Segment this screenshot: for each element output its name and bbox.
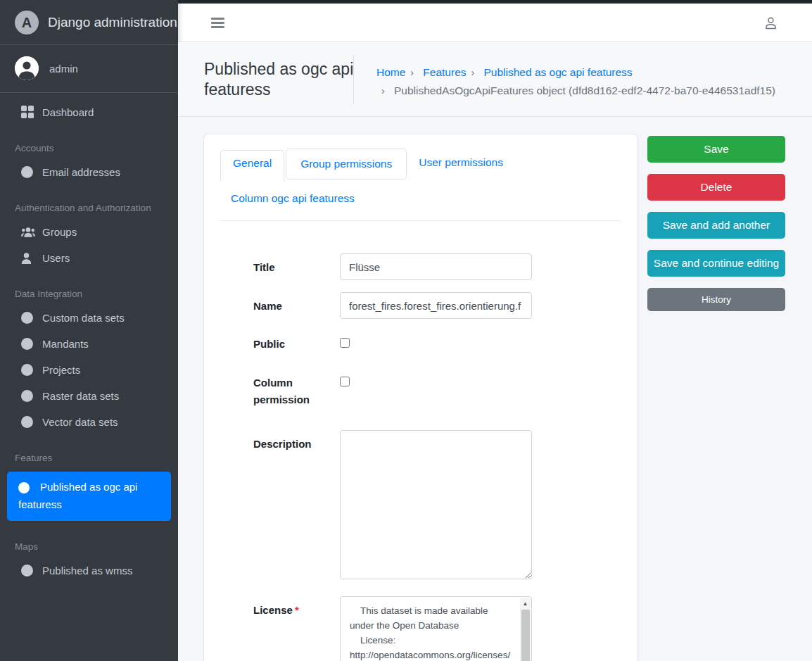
circle-icon bbox=[21, 565, 35, 577]
sidebar-item-vector-data-sets[interactable]: Vector data sets bbox=[0, 409, 178, 435]
dashboard-grid-icon bbox=[21, 106, 35, 118]
breadcrumb: Home › Features › Published as ogc api f… bbox=[376, 63, 799, 100]
title-label: Title bbox=[253, 253, 340, 280]
sidebar-item-label: Groups bbox=[42, 226, 77, 238]
brand-title: Django administration bbox=[48, 15, 177, 30]
tabs-divider bbox=[220, 220, 621, 221]
tabs-row-2: Column ogc api featuress bbox=[220, 186, 621, 211]
sidebar-item-dashboard[interactable]: Dashboard bbox=[0, 99, 178, 125]
license-scrollbar[interactable]: ▲ bbox=[520, 598, 531, 661]
circle-icon bbox=[21, 416, 35, 428]
content-header: Published as ogc api featuress Home › Fe… bbox=[178, 42, 812, 117]
top-navbar bbox=[178, 4, 812, 42]
public-checkbox[interactable] bbox=[340, 338, 350, 348]
scrollbar-up-icon[interactable]: ▲ bbox=[520, 598, 531, 609]
breadcrumb-separator: › bbox=[410, 67, 414, 78]
field-row-license: License* This dataset is made available … bbox=[253, 596, 621, 661]
sidebar-item-label: Published as ogc api featuress bbox=[18, 481, 137, 510]
column-permission-checkbox[interactable] bbox=[340, 377, 350, 386]
sidebar-item-label: Dashboard bbox=[42, 106, 94, 118]
groups-icon bbox=[21, 227, 35, 238]
sidebar: A Django administration admin Dashb bbox=[0, 0, 178, 661]
user-icon bbox=[21, 253, 35, 264]
field-row-public: Public bbox=[253, 336, 621, 353]
circle-icon bbox=[21, 312, 35, 324]
avatar-person-icon bbox=[15, 56, 39, 80]
column-permission-label: Column permission bbox=[253, 374, 340, 408]
tab-column-ogc-api-featuress[interactable]: Column ogc api featuress bbox=[220, 186, 366, 211]
breadcrumb-published-as-ogc-api-featuress[interactable]: Published as ogc api featuress bbox=[484, 66, 633, 78]
required-asterisk: * bbox=[295, 604, 299, 616]
description-textarea[interactable] bbox=[340, 430, 532, 579]
brand[interactable]: A Django administration bbox=[0, 0, 178, 45]
section-data-integration: Data Integration bbox=[0, 271, 178, 305]
django-logo-letter: A bbox=[22, 15, 32, 30]
scrollbar-thumb[interactable] bbox=[521, 610, 530, 661]
tabs: General Group permissions User permissio… bbox=[220, 150, 621, 181]
header-divider bbox=[353, 55, 354, 104]
sidebar-item-email-addresses[interactable]: Email addresses bbox=[0, 159, 178, 185]
section-auth: Authentication and Authorization bbox=[0, 185, 178, 219]
section-maps: Maps bbox=[0, 524, 178, 558]
main-area: Published as ogc api featuress Home › Fe… bbox=[178, 0, 812, 661]
sidebar-item-mandants[interactable]: Mandants bbox=[0, 331, 178, 357]
sidebar-item-raster-data-sets[interactable]: Raster data sets bbox=[0, 383, 178, 409]
sidebar-item-custom-data-sets[interactable]: Custom data sets bbox=[0, 305, 178, 331]
sidebar-item-groups[interactable]: Groups bbox=[0, 219, 178, 245]
sidebar-item-users[interactable]: Users bbox=[0, 245, 178, 271]
user-menu-icon[interactable] bbox=[763, 15, 778, 30]
save-and-continue-editing-button[interactable]: Save and continue editing bbox=[647, 250, 785, 277]
description-label: Description bbox=[253, 430, 340, 582]
page-title: Published as ogc api featuress bbox=[204, 59, 355, 100]
sidebar-item-label: Users bbox=[42, 252, 70, 264]
sidebar-item-label: Published as wmss bbox=[42, 565, 132, 577]
circle-icon bbox=[18, 482, 32, 493]
license-textarea[interactable]: This dataset is made available under the… bbox=[340, 596, 532, 661]
sidebar-nav: Dashboard Accounts Email addresses Authe… bbox=[0, 93, 178, 584]
tab-user-permissions[interactable]: User permissions bbox=[407, 150, 514, 175]
section-features: Features bbox=[0, 435, 178, 469]
circle-icon bbox=[21, 338, 35, 350]
tab-group-permissions[interactable]: Group permissions bbox=[286, 149, 407, 180]
field-row-column-permission: Column permission bbox=[253, 374, 621, 408]
content: General Group permissions User permissio… bbox=[178, 117, 812, 661]
breadcrumb-separator: › bbox=[471, 67, 475, 78]
action-buttons: Save Delete Save and add another Save an… bbox=[647, 134, 785, 322]
field-row-description: Description bbox=[253, 430, 621, 582]
breadcrumb-separator: › bbox=[381, 85, 385, 96]
sidebar-item-label: Raster data sets bbox=[42, 390, 119, 402]
save-and-add-another-button[interactable]: Save and add another bbox=[647, 212, 785, 239]
save-button[interactable]: Save bbox=[647, 136, 785, 163]
sidebar-item-label: Mandants bbox=[42, 338, 89, 350]
breadcrumb-home[interactable]: Home bbox=[376, 66, 405, 78]
avatar bbox=[15, 56, 39, 80]
field-row-name: Name bbox=[253, 292, 621, 319]
sidebar-item-label: Email addresses bbox=[42, 166, 120, 178]
delete-button[interactable]: Delete bbox=[647, 174, 785, 201]
general-form: Title Name Public bbox=[220, 253, 621, 661]
tab-general[interactable]: General bbox=[220, 150, 284, 181]
menu-toggle-icon[interactable] bbox=[211, 18, 224, 28]
field-row-title: Title bbox=[253, 253, 621, 280]
name-input[interactable] bbox=[340, 292, 532, 319]
license-label-text: License bbox=[253, 604, 293, 616]
sidebar-item-label: Vector data sets bbox=[42, 416, 118, 428]
title-input[interactable] bbox=[340, 253, 532, 280]
section-accounts: Accounts bbox=[0, 125, 178, 159]
sidebar-item-projects[interactable]: Projects bbox=[0, 357, 178, 383]
sidebar-item-published-as-ogc-api-featuress[interactable]: Published as ogc api featuress bbox=[7, 472, 171, 521]
username: admin bbox=[49, 63, 78, 75]
breadcrumb-features[interactable]: Features bbox=[423, 66, 466, 78]
public-label: Public bbox=[253, 336, 340, 353]
breadcrumb-current-object: PublishedAsOgcApiFeatures object (dfd8d1… bbox=[394, 84, 775, 96]
django-logo-icon: A bbox=[15, 11, 39, 34]
sidebar-item-label: Projects bbox=[42, 364, 80, 376]
circle-icon bbox=[21, 364, 35, 376]
edit-form-card: General Group permissions User permissio… bbox=[204, 134, 637, 661]
license-label: License* bbox=[253, 596, 340, 661]
sidebar-item-published-as-wmss[interactable]: Published as wmss bbox=[0, 558, 178, 584]
user-panel[interactable]: admin bbox=[0, 45, 178, 93]
history-button[interactable]: History bbox=[647, 288, 785, 311]
circle-icon bbox=[21, 166, 35, 178]
circle-icon bbox=[21, 390, 35, 402]
